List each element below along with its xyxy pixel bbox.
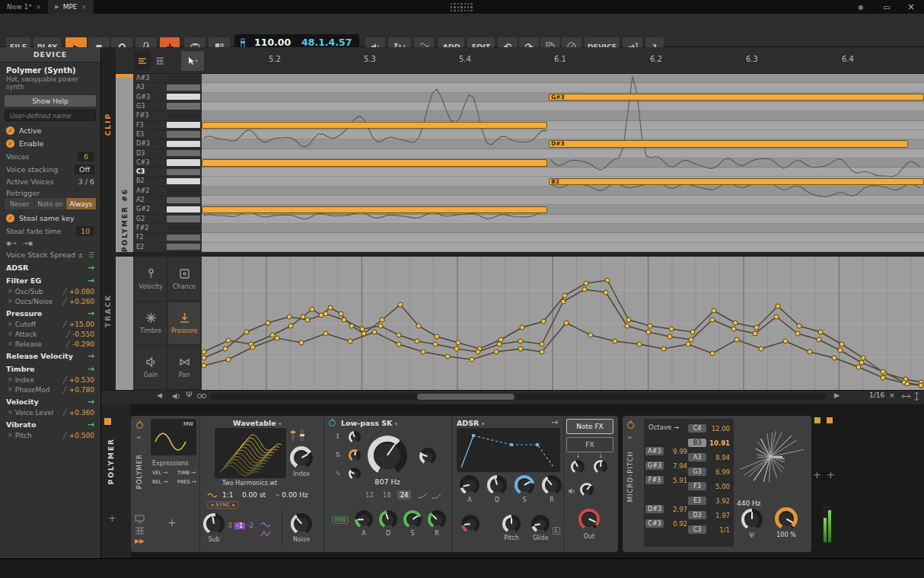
micropitch-value[interactable]: 7.94 [666, 462, 687, 470]
micropitch-row-B3[interactable]: B310.91 [688, 436, 730, 449]
mix-value[interactable]: 100 % [767, 532, 805, 538]
note-editor-mode-button[interactable] [134, 51, 151, 71]
mod-amount-value[interactable]: -0.550 [72, 331, 94, 338]
micropitch-row-G#3[interactable]: G#37.94 [645, 459, 687, 472]
piano-key-A#2[interactable]: A#2 [133, 187, 202, 196]
micropitch-row-F3[interactable]: F35.00 [688, 480, 730, 493]
pitch-knob[interactable] [502, 515, 521, 533]
lane-timbre[interactable]: Timbre [134, 302, 167, 345]
mod-amount-value[interactable]: +0.360 [69, 409, 94, 417]
osc-semitone-value[interactable]: 0.00 st [242, 491, 266, 499]
mod-section-release-velocity[interactable]: Release Velocity→ [0, 349, 100, 362]
zoom-horizontal-icon[interactable] [901, 393, 911, 400]
micropitch-value[interactable]: 0.92 [666, 520, 687, 528]
micropitch-device-name[interactable]: MICRO-PITCH [626, 451, 634, 502]
micropitch-menu-icon[interactable]: ≡ [627, 434, 632, 441]
micropitch-row-D3[interactable]: D31.97 [688, 509, 730, 522]
ruler-tick[interactable]: 6.3 [746, 55, 758, 63]
note-fx-tab[interactable]: Note FX [566, 419, 613, 434]
remove-icon[interactable]: × [8, 432, 13, 439]
mod-amount-value[interactable]: +0.500 [69, 432, 94, 439]
note-in-icon[interactable]: ◉→ [6, 240, 17, 247]
timbre-mod-knob[interactable] [594, 460, 607, 474]
remove-icon[interactable]: × [8, 331, 13, 337]
unison-fader-icons[interactable] [289, 428, 307, 442]
tempo-value[interactable]: 110.00 [254, 37, 291, 48]
mod-target-attack[interactable]: ×Attack╱-0.550 [0, 329, 100, 339]
osc-ratio-value[interactable]: 1:1 [222, 491, 233, 499]
filter-cutoff-knob[interactable] [368, 436, 407, 475]
track-strip[interactable]: POLYMER #6 [116, 74, 133, 390]
micropitch-value[interactable]: 5.00 [709, 483, 730, 490]
steal-fade-value[interactable]: 10 [76, 226, 94, 236]
close-window-button[interactable]: × [901, 0, 921, 14]
retrigger-option-always[interactable]: Always [66, 198, 96, 209]
sub-octave-minus1[interactable]: -1 [234, 522, 245, 529]
remove-icon[interactable]: × [8, 340, 13, 347]
note-F3[interactable] [202, 122, 547, 129]
pointer-tool-button[interactable]: ▾ [181, 51, 204, 71]
add-device-button[interactable]: + [108, 513, 116, 524]
audition-speaker-icon[interactable] [172, 392, 181, 401]
micropitch-row-C#3[interactable]: C#30.92 [645, 517, 687, 530]
mod-section-adsr[interactable]: ADSR→ [0, 260, 100, 273]
mod-target-cutoff[interactable]: ×Cutoff╱+15.00 [0, 319, 100, 329]
piano-key-G2[interactable]: G2 [133, 215, 202, 224]
steal-same-key-toggle[interactable]: ✓Steal same key [0, 212, 100, 225]
micropitch-value[interactable]: 5.91 [666, 477, 687, 484]
wavetable-display[interactable] [215, 428, 286, 478]
voices-value[interactable]: 6 [78, 152, 94, 161]
filter-drive-knob[interactable] [349, 431, 361, 443]
micropitch-value[interactable]: 10.91 [709, 439, 730, 447]
close-tab-icon[interactable]: × [81, 3, 88, 11]
mod-target-pitch[interactable]: ×Pitch╱+0.500 [0, 430, 100, 440]
piano-key-G3[interactable]: G3 [133, 102, 202, 111]
enable-toggle[interactable]: ✓Enable [0, 137, 100, 150]
env-sustain-knob[interactable] [515, 475, 534, 495]
show-help-button[interactable]: Show Help [5, 95, 96, 107]
track-color-swatch[interactable] [104, 418, 111, 425]
slope-18[interactable]: 18 [380, 490, 394, 500]
note-G#2[interactable] [202, 206, 547, 214]
remove-icon[interactable]: × [8, 298, 13, 305]
note-out-icon[interactable]: →◉ [23, 240, 33, 247]
device-rename-input[interactable]: User-defined name [5, 110, 96, 121]
scroll-left-icon[interactable]: ◀ [157, 391, 162, 399]
ruler-tick[interactable]: 5.4 [459, 55, 471, 63]
piano-key-F#3[interactable]: F#3 [133, 111, 202, 120]
mpe-fork-icon[interactable]: Ψ [186, 390, 193, 400]
micropitch-mix-knob[interactable] [775, 507, 798, 530]
project-tab[interactable]: New 1*× [0, 0, 48, 14]
mod-curve-icon[interactable]: ╱ [66, 331, 70, 338]
add-fx-button[interactable]: + [827, 469, 835, 481]
micropitch-value[interactable]: 1.97 [709, 512, 730, 519]
mod-arrow-icon[interactable]: → [88, 398, 94, 405]
mod-section-pressure[interactable]: Pressure→ [0, 306, 100, 319]
fx-mix-knob[interactable] [580, 483, 594, 497]
mod-amount-value[interactable]: +0.260 [69, 298, 94, 305]
retrigger-option-never[interactable]: Never [5, 198, 34, 209]
micropitch-value[interactable]: 3.92 [709, 497, 730, 505]
voice-stacking-value[interactable]: Off [75, 164, 94, 174]
note-B2[interactable]: B2 [549, 178, 924, 186]
sub-knob[interactable] [203, 513, 225, 535]
mod-arrow-icon[interactable]: → [88, 421, 94, 428]
scrollbar-thumb[interactable] [417, 394, 515, 400]
layers-icon[interactable]: ☰ [88, 251, 94, 259]
add-device-end-button[interactable]: + [813, 469, 821, 481]
mod-target-voice-level[interactable]: ×Voice Level╱+0.360 [0, 407, 100, 417]
mod-arrow-icon[interactable]: → [88, 353, 94, 359]
color-swatch[interactable] [827, 417, 833, 423]
ruler-tick[interactable]: 5.2 [269, 55, 281, 63]
remove-icon[interactable]: × [8, 376, 13, 383]
out-knob[interactable] [578, 509, 600, 530]
micropitch-value[interactable]: 12.00 [709, 425, 730, 433]
mod-curve-icon[interactable]: ╱ [62, 288, 66, 295]
fx-tab[interactable]: FX [566, 437, 613, 452]
micropitch-row-E3[interactable]: E33.92 [688, 494, 730, 507]
mod-arrow-icon[interactable]: → [88, 366, 94, 372]
clip-tab[interactable]: CLIP [104, 113, 112, 136]
octave-header[interactable]: Octave → [648, 423, 679, 431]
env-release-knob[interactable] [542, 475, 562, 495]
ruler-tick[interactable]: 6.2 [650, 55, 662, 63]
